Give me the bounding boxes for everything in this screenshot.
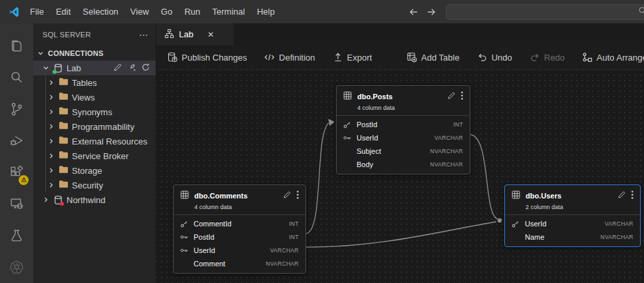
table-name: dbo.Users: [526, 192, 612, 200]
activity-bar: ⚠: [0, 23, 33, 283]
chevron-down-icon[interactable]: [42, 65, 50, 71]
add-table-button[interactable]: Add Table: [406, 52, 460, 63]
search-panel-icon[interactable]: [0, 62, 33, 94]
table-name: dbo.Posts: [357, 93, 442, 101]
column-row: Name NVARCHAR: [505, 230, 640, 244]
folder-icon: [59, 180, 69, 190]
foreign-key-icon: [180, 234, 188, 240]
extensions-icon[interactable]: ⚠: [0, 156, 33, 188]
menu-help[interactable]: Help: [251, 0, 281, 23]
tree-item-programmability[interactable]: Programmability: [33, 119, 156, 134]
titlebar: File Edit Selection View Go Run Terminal…: [0, 0, 644, 23]
publish-changes-button[interactable]: Publish Changes: [167, 52, 247, 63]
back-arrow-icon[interactable]: [408, 7, 419, 17]
menu-go[interactable]: Go: [155, 0, 178, 23]
folder-icon: [59, 92, 69, 103]
chevron-right-icon: [47, 167, 55, 174]
primary-key-icon: [343, 121, 351, 129]
remote-explorer-icon[interactable]: [0, 188, 33, 220]
database-icon: [53, 195, 63, 205]
lab-children: Tables Views Synonyms: [33, 75, 156, 192]
edit-table-icon[interactable]: [447, 91, 456, 103]
table-menu-kebab-icon[interactable]: [461, 91, 463, 103]
redo-button: Redo: [530, 52, 565, 63]
more-actions-icon[interactable]: ⋯: [139, 29, 149, 40]
tree-item-views[interactable]: Views: [33, 90, 156, 105]
edit-table-icon[interactable]: [617, 190, 626, 202]
tree-item-service-broker[interactable]: Service Broker: [33, 148, 156, 163]
column-row: Subject NVARCHAR: [337, 144, 470, 158]
designer-toolbar: Publish Changes Definition Export Add Ta…: [156, 45, 644, 70]
chevron-right-icon[interactable]: [42, 196, 50, 203]
table-node-posts[interactable]: dbo.Posts 4 column data PostId IN: [336, 85, 470, 174]
folder-icon: [59, 150, 69, 161]
run-and-debug-icon[interactable]: [0, 125, 33, 157]
table-menu-kebab-icon[interactable]: [631, 190, 633, 202]
edit-table-icon[interactable]: [283, 190, 291, 202]
editor-group: Lab ✕ Publish Changes Definition Export: [156, 23, 644, 283]
table-subtitle: 2 column data: [526, 204, 633, 210]
source-control-icon[interactable]: [0, 93, 33, 125]
disconnected-status-dot: [60, 202, 64, 206]
vscode-logo-icon: [4, 6, 24, 18]
table-node-comments[interactable]: dbo.Comments 4 column data CommentId: [173, 184, 306, 274]
schema-designer-icon: [164, 29, 174, 41]
tree-item-connection-lab[interactable]: Lab: [33, 61, 156, 75]
menu-terminal[interactable]: Terminal: [206, 0, 251, 23]
definition-button[interactable]: Definition: [264, 52, 315, 63]
edge-arrowhead: [329, 119, 335, 127]
menu-selection[interactable]: Selection: [77, 0, 124, 23]
tab-label: Lab: [179, 29, 194, 39]
menu-view[interactable]: View: [124, 0, 155, 23]
table-grid-icon: [512, 190, 520, 202]
chevron-down-icon: [37, 50, 45, 57]
refresh-icon[interactable]: [141, 63, 150, 74]
connection-actions: [113, 63, 156, 74]
folder-icon: [59, 77, 69, 88]
sidebar-sql-server: SQL SERVER ⋯ CONNECTIONS: [33, 23, 156, 283]
tree-item-storage[interactable]: Storage: [33, 163, 156, 178]
folder-icon: [59, 136, 69, 146]
explorer-icon[interactable]: [0, 30, 33, 62]
schema-designer-canvas[interactable]: dbo.Posts 4 column data PostId IN: [156, 70, 644, 283]
edge-comments-postid-to-posts: [306, 123, 329, 234]
sidebar-title: SQL SERVER: [43, 31, 139, 39]
tree-item-synonyms[interactable]: Synonyms: [33, 105, 156, 119]
table-subtitle: 4 column data: [194, 204, 299, 210]
database-projects-flask-icon[interactable]: [0, 220, 33, 252]
close-tab-icon[interactable]: ✕: [208, 30, 214, 39]
edge-posts-userid-to-users: [470, 135, 498, 219]
command-center-search[interactable]: [446, 4, 644, 20]
tree-section-connections[interactable]: CONNECTIONS: [33, 46, 156, 61]
tree-item-tables[interactable]: Tables: [33, 75, 156, 90]
column-row: UserId VARCHAR: [174, 244, 305, 257]
edit-connection-icon[interactable]: [113, 63, 122, 74]
menu-run[interactable]: Run: [178, 0, 206, 23]
table-grid-icon: [343, 91, 352, 103]
forward-arrow-icon[interactable]: [426, 7, 436, 17]
table-menu-kebab-icon[interactable]: [297, 190, 299, 202]
menu-edit[interactable]: Edit: [50, 0, 77, 23]
tab-lab[interactable]: Lab ✕: [156, 23, 234, 45]
menu-file[interactable]: File: [24, 0, 50, 23]
foreign-key-icon: [180, 247, 188, 254]
kubernetes-icon[interactable]: [0, 252, 33, 283]
chevron-right-icon: [47, 182, 55, 188]
disconnect-icon[interactable]: [127, 63, 136, 74]
export-button[interactable]: Export: [333, 52, 373, 63]
table-node-users[interactable]: dbo.Users 2 column data UserId VA: [504, 184, 641, 247]
column-row: UserId VARCHAR: [505, 217, 640, 230]
column-row: UserId VARCHAR: [337, 131, 470, 144]
tree-item-external-resources[interactable]: External Resources: [33, 134, 156, 148]
folder-icon: [59, 165, 69, 176]
column-row: PostId INT: [174, 230, 305, 244]
tree-item-security[interactable]: Security: [33, 178, 156, 192]
tab-bar: Lab ✕: [156, 23, 644, 45]
tree-item-connection-northwind[interactable]: Northwind: [33, 192, 156, 207]
undo-button[interactable]: Undo: [477, 52, 512, 63]
edge-comments-userid-to-users: [306, 222, 496, 247]
folder-icon: [59, 121, 69, 132]
primary-key-icon: [180, 220, 188, 228]
history-nav: [408, 7, 436, 17]
auto-arrange-button[interactable]: Auto Arrange: [582, 52, 644, 63]
